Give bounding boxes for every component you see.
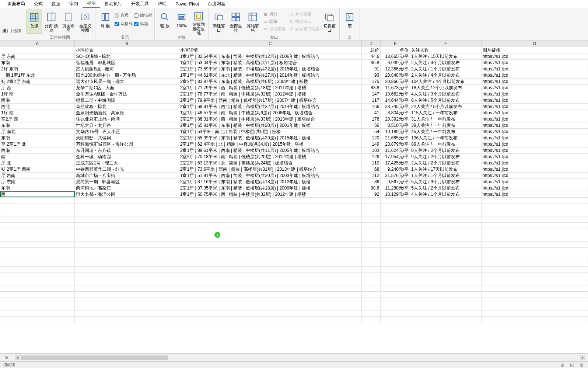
cell[interactable]: 室2厅 西	[0, 116, 75, 122]
cell[interactable]	[362, 285, 381, 291]
cell[interactable]	[482, 310, 588, 316]
cell[interactable]: 两河锦地 - 高家庄	[75, 185, 179, 191]
table-row[interactable]: 厅 南北文华路15号 - 石人小区1室1厅 | 53平米 | 南 北 | 简装 …	[0, 129, 588, 135]
cell[interactable]: 龙华二期C区 - 大面	[75, 85, 179, 91]
cell[interactable]	[179, 254, 362, 260]
cell[interactable]: 2室1厅 | 79.9平米 | 西南 | 精装 | 低楼层(共17层) | 20…	[179, 97, 362, 103]
table-row[interactable]: 南金科一城 - 动物园2室2厅 | 70.18平米 | 南 | 精装 | 低楼层…	[0, 154, 588, 160]
cell[interactable]: https://s1.ljcd	[482, 122, 588, 128]
cell[interactable]	[179, 198, 362, 204]
cell[interactable]: 2厅 东南	[0, 66, 75, 72]
cell[interactable]	[362, 298, 381, 304]
cell[interactable]: 23,879元/平	[381, 141, 410, 147]
cell[interactable]: https://s1.ljcd	[482, 104, 588, 110]
cell[interactable]: 9,867元/平	[381, 179, 410, 185]
column-header-E[interactable]: E	[381, 41, 410, 47]
cell[interactable]	[75, 292, 179, 298]
cell[interactable]: 104人关注 / 4个月以前发布	[410, 79, 482, 84]
cell[interactable]: 136人关注 / 一年前发布	[410, 135, 482, 141]
cell[interactable]: 93	[362, 72, 381, 78]
cell[interactable]	[381, 204, 410, 210]
cell[interactable]: 117	[362, 97, 381, 103]
cell[interactable]: 文华路15号 - 石人小区	[75, 129, 179, 135]
cell[interactable]	[75, 235, 179, 241]
cell[interactable]: https://s1.ljcd	[482, 116, 588, 122]
cell[interactable]: 恒大名都 - 海洋公园	[75, 191, 179, 197]
cell[interactable]	[362, 248, 381, 254]
cell[interactable]	[179, 248, 362, 254]
cell[interactable]: 厅 东南	[0, 53, 75, 59]
table-row[interactable]	[0, 223, 588, 229]
cell[interactable]	[381, 279, 410, 285]
cell[interactable]: 38人关注 / 一年前发布	[410, 122, 482, 128]
cell[interactable]	[179, 210, 362, 216]
table-row[interactable]	[0, 267, 588, 273]
cell[interactable]	[75, 210, 179, 216]
cell[interactable]	[410, 317, 482, 323]
cell[interactable]	[381, 267, 410, 272]
cell[interactable]: 103	[362, 147, 381, 153]
reset-position-button[interactable]: ↺重设窗口位置	[288, 26, 320, 32]
cell[interactable]	[381, 285, 410, 291]
column-header-B[interactable]: B	[75, 41, 179, 47]
cell[interactable]: 8,510元/平	[381, 122, 410, 128]
cell[interactable]	[381, 317, 410, 323]
cell[interactable]: 朔 2室2厅 东南	[0, 79, 75, 84]
cell[interactable]	[381, 223, 410, 229]
cell[interactable]: 21,665元/平	[381, 135, 410, 141]
new-window-button[interactable]: 新建窗口	[211, 10, 227, 34]
table-row[interactable]	[0, 260, 588, 267]
cell[interactable]: 1室1厅 | 50.75平米 | 西 | 精装 | 中楼层(共32层) | 20…	[179, 191, 362, 197]
cell[interactable]: 世纪大升 - 太升路	[75, 122, 179, 128]
custom-views-button[interactable]: 自定义视图	[77, 10, 93, 34]
menu-item-8[interactable]: Power Pivot	[171, 1, 203, 7]
cell[interactable]: 86	[362, 179, 381, 185]
table-row[interactable]: 西北首航欣程 - 棕北2室1厅 | 69.91平米 | 西北 | 精装 | 高楼…	[0, 104, 588, 110]
cell[interactable]: 18人关注 / 2个月以前发布	[410, 85, 482, 91]
cell[interactable]: https://s1.ljcd	[482, 173, 588, 178]
cell[interactable]	[179, 267, 362, 272]
cell[interactable]	[75, 242, 179, 247]
cell[interactable]: 54	[362, 129, 381, 135]
cell[interactable]	[179, 298, 362, 304]
cell[interactable]	[482, 279, 588, 285]
cell[interactable]: 2室2厅 | 83.87平米 | 东南 | 精装 | 高楼层(共6层) | 20…	[179, 79, 362, 84]
cell[interactable]	[381, 304, 410, 310]
cell[interactable]: 阳光100米娅中心一期 - 万年场	[75, 72, 179, 78]
cell[interactable]	[482, 304, 588, 310]
cell[interactable]: 厅 东南	[0, 179, 75, 185]
cell[interactable]: 金牛万达A组团 - 金牛万达	[75, 91, 179, 97]
table-row[interactable]: 西南东升国瑞 - 东升镇2室1厅 | 88.61平米 | 西南 | 精装 | 中…	[0, 147, 588, 154]
cell[interactable]	[75, 310, 179, 316]
table-row[interactable]	[0, 198, 588, 204]
cell[interactable]	[362, 210, 381, 216]
cell[interactable]	[75, 285, 179, 291]
menu-item-3[interactable]: 审阅	[65, 0, 83, 8]
cell[interactable]	[75, 279, 179, 285]
cell[interactable]	[381, 292, 410, 298]
cell[interactable]	[381, 260, 410, 266]
cell[interactable]	[362, 292, 381, 298]
cell[interactable]	[482, 235, 588, 241]
cell[interactable]: 弘福逸居 - 郫县城区	[75, 60, 179, 66]
column-header-C[interactable]: C	[179, 41, 362, 47]
table-row[interactable]: 厅 西南新城市广场 - 八宝街1室1厅 | 51.91平米 | 西南 | 简装 …	[0, 173, 588, 179]
cell[interactable]	[362, 273, 381, 279]
cell[interactable]: 1室1厅 | 46.57平米 | 南 | 精装 | 中楼层(共6层) | 200…	[179, 110, 362, 116]
scroll-thumb[interactable]	[21, 355, 168, 360]
navigation-button[interactable]: 导 航	[98, 10, 113, 34]
column-header-D[interactable]: D	[362, 41, 381, 47]
page-break-preview-button[interactable]: 分页 预览	[43, 10, 59, 34]
menu-item-0[interactable]: 页面布局	[3, 0, 29, 8]
cell[interactable]: 98.6	[362, 185, 381, 191]
cell[interactable]: 2室1厅 | 71.79平米 | 西 | 精装 | 低楼层(共18层) | 20…	[179, 85, 362, 91]
cell[interactable]: 西南	[0, 147, 75, 153]
cell[interactable]	[75, 216, 179, 222]
cell[interactable]	[482, 298, 588, 304]
cell[interactable]	[381, 210, 410, 216]
table-row[interactable]	[0, 292, 588, 298]
table-row[interactable]: 朔 2室1厅 西南中铁西郡英华二期 - 红光2室1厅 | 73.6平米 | 西南…	[0, 166, 588, 173]
cell[interactable]	[410, 267, 482, 272]
cell[interactable]: 至 2室1厅 北	[0, 141, 75, 147]
spreadsheet-grid[interactable]: A B C D E F G 小区位置小区详情总价单价关注人数图片链接厅 东南SO…	[0, 41, 588, 353]
